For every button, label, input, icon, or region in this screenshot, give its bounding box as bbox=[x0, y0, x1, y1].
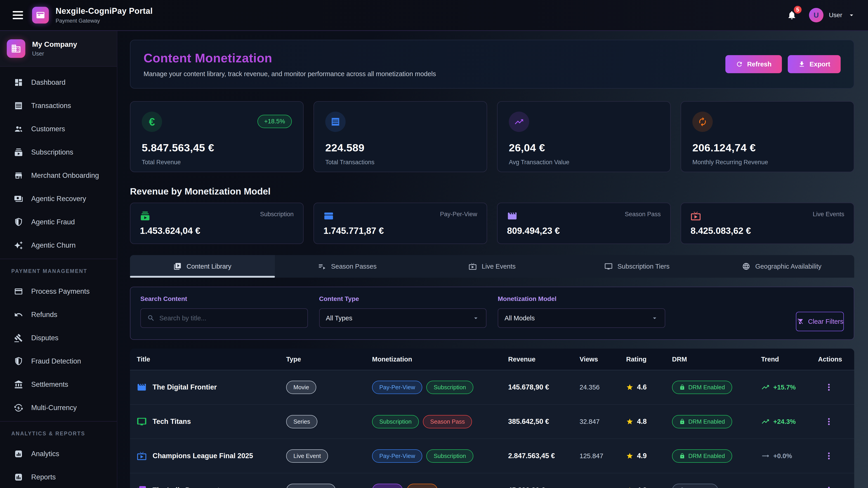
drm-badge: DRM Enabled bbox=[672, 449, 732, 463]
sidebar-item-customers[interactable]: Customers bbox=[0, 117, 117, 140]
sidebar-item-settlements[interactable]: Settlements bbox=[0, 373, 117, 396]
sidebar-item-subscriptions[interactable]: Subscriptions bbox=[0, 140, 117, 164]
sidebar-item-refunds[interactable]: Refunds bbox=[0, 303, 117, 326]
more-vert-icon bbox=[825, 417, 847, 426]
content-type-select[interactable]: All Types bbox=[319, 308, 487, 328]
receipt-icon bbox=[14, 101, 23, 110]
search-input[interactable] bbox=[159, 315, 301, 322]
content-tabs: Content Library Season Passes Live Event… bbox=[130, 255, 854, 278]
storefront-icon bbox=[14, 171, 23, 180]
revenue-card-pay-per-view: Pay-Per-View 1.745.771,87 € bbox=[313, 203, 487, 244]
content-title[interactable]: Champions League Final 2025 bbox=[153, 452, 253, 460]
globe-icon bbox=[742, 262, 750, 270]
table-row: The Digital Frontier Movie Pay-Per-View … bbox=[130, 370, 854, 404]
revenue-card-subscription: Subscription 1.453.624,04 € bbox=[130, 203, 304, 244]
stats-row: € +18.5% 5.847.563,45 € Total Revenue 22… bbox=[130, 101, 854, 172]
sidebar-item-process-payments[interactable]: Process Payments bbox=[0, 280, 117, 303]
filters-panel: Search Content Content Type All Types Mo… bbox=[130, 287, 854, 340]
chevron-down-icon bbox=[848, 11, 855, 19]
stat-card-avg-transaction: 26,04 € Avg Transaction Value bbox=[497, 101, 671, 172]
dashboard-icon bbox=[14, 78, 23, 87]
shield-icon bbox=[14, 357, 23, 366]
drm-badge: DRM Enabled bbox=[672, 415, 732, 428]
trending-up-icon bbox=[509, 111, 529, 132]
subscriptions-icon bbox=[14, 148, 23, 157]
credit-card-icon bbox=[323, 211, 334, 221]
trending-flat-icon bbox=[761, 452, 770, 460]
avatar: U bbox=[809, 8, 824, 22]
monetization-badge: AVOD bbox=[407, 484, 438, 488]
revenue-card-season-pass: Season Pass 809.494,23 € bbox=[497, 203, 671, 244]
menu-icon[interactable] bbox=[13, 11, 23, 19]
company-switcher[interactable]: My Company User bbox=[0, 31, 117, 67]
growth-badge: +18.5% bbox=[257, 115, 292, 128]
monetization-badge: Pay-Per-View bbox=[372, 381, 422, 394]
sidebar-item-multi-currency[interactable]: $ Multi-Currency bbox=[0, 396, 117, 419]
revenue-card-label: Subscription bbox=[260, 211, 293, 218]
sidebar-item-fraud-detection[interactable]: Fraud Detection bbox=[0, 350, 117, 373]
trending-down-icon bbox=[761, 486, 770, 488]
credit-card-icon bbox=[36, 10, 45, 20]
shield-icon bbox=[14, 218, 23, 227]
sidebar-item-agentic-churn[interactable]: Agentic Churn bbox=[0, 234, 117, 257]
search-label: Search Content bbox=[141, 295, 308, 302]
revenue-card-label: Live Events bbox=[813, 211, 844, 218]
company-role: User bbox=[32, 51, 77, 57]
undo-icon bbox=[14, 310, 23, 319]
row-actions-button[interactable] bbox=[818, 417, 847, 426]
user-name: User bbox=[829, 11, 842, 19]
stat-label: Monthly Recurring Revenue bbox=[692, 159, 842, 166]
row-actions-button[interactable] bbox=[818, 486, 847, 488]
sidebar-item-agentic-fraud[interactable]: Agentic Fraud bbox=[0, 210, 117, 234]
tab-geographic-availability[interactable]: Geographic Availability bbox=[709, 255, 854, 278]
tab-season-passes[interactable]: Season Passes bbox=[275, 255, 420, 278]
stat-value: 206.124,74 € bbox=[692, 141, 842, 154]
views-value: 125.847 bbox=[580, 452, 626, 460]
row-actions-button[interactable] bbox=[818, 451, 847, 460]
euro-icon: € bbox=[142, 111, 162, 132]
sidebar-item-dashboard[interactable]: Dashboard bbox=[0, 71, 117, 94]
tab-content-library[interactable]: Content Library bbox=[130, 255, 275, 278]
stat-card-mrr: 206.124,74 € Monthly Recurring Revenue bbox=[681, 101, 854, 172]
movie-icon bbox=[507, 211, 518, 221]
refresh-button[interactable]: Refresh bbox=[725, 55, 782, 73]
stat-label: Total Transactions bbox=[325, 159, 475, 166]
chevron-down-icon bbox=[651, 314, 658, 322]
content-title[interactable]: Tech Titans bbox=[153, 418, 191, 426]
live-tv-icon bbox=[469, 262, 477, 270]
stat-label: Avg Transaction Value bbox=[509, 159, 659, 166]
more-vert-icon bbox=[825, 383, 847, 392]
sidebar-item-merchant-onboarding[interactable]: Merchant Onboarding bbox=[0, 164, 117, 187]
tab-live-events[interactable]: Live Events bbox=[420, 255, 565, 278]
monetization-badge: Pay-Per-View bbox=[372, 449, 422, 463]
content-title[interactable]: The Indie Documentary bbox=[153, 486, 230, 488]
monetization-model-label: Monetization Model bbox=[498, 295, 665, 302]
tab-subscription-tiers[interactable]: Subscription Tiers bbox=[564, 255, 709, 278]
sidebar-item-reports[interactable]: Reports bbox=[0, 465, 117, 488]
export-button[interactable]: Export bbox=[788, 55, 841, 73]
monitor-icon bbox=[604, 262, 613, 270]
svg-text:$: $ bbox=[17, 406, 20, 410]
lock-icon bbox=[679, 419, 685, 424]
monetization-badge: Subscription bbox=[426, 449, 473, 463]
table-row: Tech Titans Series Subscription Season P… bbox=[130, 404, 854, 439]
monetization-model-select[interactable]: All Models bbox=[498, 308, 665, 328]
clear-filters-button[interactable]: Clear Filters bbox=[796, 312, 844, 331]
notifications-button[interactable]: 5 bbox=[784, 8, 799, 22]
user-menu[interactable]: U User bbox=[809, 8, 855, 22]
row-actions-button[interactable] bbox=[818, 383, 847, 392]
type-badge: Series bbox=[286, 415, 317, 428]
sidebar-item-agentic-recovery[interactable]: Agentic Recovery bbox=[0, 187, 117, 210]
drm-badge: No DRM bbox=[672, 484, 718, 488]
type-badge: Documentary bbox=[286, 484, 336, 488]
list-icon bbox=[318, 262, 326, 270]
sidebar-item-analytics[interactable]: Analytics bbox=[0, 442, 117, 465]
movie-icon bbox=[137, 382, 147, 392]
content-title[interactable]: The Digital Frontier bbox=[153, 383, 217, 391]
revenue-value: 45.892,30 € bbox=[508, 486, 580, 488]
sidebar-item-transactions[interactable]: Transactions bbox=[0, 94, 117, 117]
sidebar-item-disputes[interactable]: Disputes bbox=[0, 326, 117, 350]
sidebar: My Company User Dashboard Transactions C… bbox=[0, 31, 117, 488]
sparkles-icon bbox=[14, 241, 23, 250]
video-library-icon bbox=[174, 262, 182, 270]
